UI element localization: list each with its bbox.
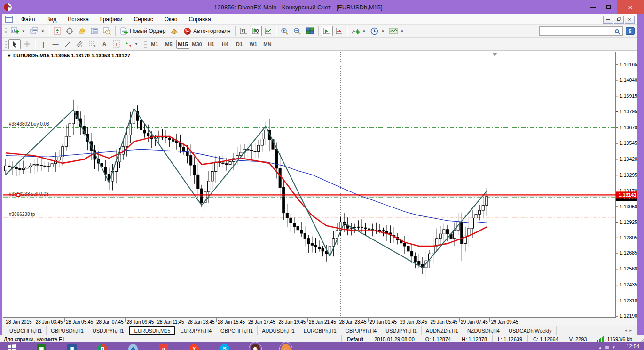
vertical-line-button[interactable]: | xyxy=(37,39,49,49)
timeframe-d1[interactable]: D1 xyxy=(233,40,246,49)
crosshair-button[interactable] xyxy=(21,39,33,49)
tab-eurgbph-h1[interactable]: EURGBPh,H1 xyxy=(299,326,341,335)
tab-gbpchfh-h1[interactable]: GBPCHFh,H1 xyxy=(216,326,258,335)
minimize-button[interactable] xyxy=(585,0,601,14)
taskbar-app-skype[interactable]: S xyxy=(220,344,229,350)
tab-eurusdh-m15[interactable]: EURUSDh,M15 xyxy=(129,326,175,335)
tab-audnzdh-h1[interactable]: AUDNZDh,H1 xyxy=(422,326,463,335)
connection-status: 11693/6 kb xyxy=(592,335,637,343)
timeframe-h1[interactable]: H1 xyxy=(204,40,218,49)
tile-windows-button[interactable] xyxy=(304,26,316,36)
market-watch-button[interactable] xyxy=(51,26,63,36)
horizontal-line-button[interactable]: — xyxy=(49,39,62,49)
timeframe-m15[interactable]: M15 xyxy=(176,40,189,49)
standard-toolbar: ▼ ▼ Новый Ордер Авто-торговля xyxy=(2,25,637,38)
mdi-close-button[interactable]: × xyxy=(625,16,635,24)
templates-button[interactable]: ▼ xyxy=(387,26,406,36)
timeframe-m5[interactable]: M5 xyxy=(162,40,175,49)
periods-button[interactable]: ▼ xyxy=(368,26,387,36)
zoom-out-button[interactable] xyxy=(291,26,304,36)
navigator-button[interactable] xyxy=(76,26,88,36)
price-chart[interactable]: #3843802 buy 0.03#3866238 sell 0.03#3866… xyxy=(2,51,637,318)
mt4-window: fx 129856: DivenFX-Main - Конкурсный Сче… xyxy=(0,0,644,350)
menu-item-0[interactable]: Файл xyxy=(16,15,41,24)
symbol-ohlc-label[interactable]: ▼ EURUSDh,M15 1.13055 1.13179 1.13053 1.… xyxy=(7,53,130,58)
auto-scroll-button[interactable] xyxy=(321,26,333,36)
taskbar-app-chrome[interactable] xyxy=(98,344,107,350)
search-box[interactable] xyxy=(539,26,623,36)
maximize-button[interactable] xyxy=(601,0,617,14)
arrow-tools-button[interactable]: ▼ xyxy=(123,39,141,49)
strategy-tester-button[interactable] xyxy=(101,26,113,36)
chart-shift-button[interactable] xyxy=(333,26,345,36)
resize-grip[interactable] xyxy=(638,336,644,342)
status-profile[interactable]: Default xyxy=(341,335,369,343)
trendline-button[interactable] xyxy=(62,39,74,49)
indicators-button[interactable]: ▼ xyxy=(349,26,369,36)
tab-audusdh-h1[interactable]: AUDUSDh,H1 xyxy=(258,326,299,335)
metaeditor-button[interactable] xyxy=(168,26,181,36)
equidistant-channel-button[interactable]: E xyxy=(74,39,86,49)
timeframe-mn[interactable]: MN xyxy=(261,40,274,49)
tab-usdchfh-h1[interactable]: USDCHFh,H1 xyxy=(5,326,47,335)
profiles-button[interactable]: ▼ xyxy=(28,26,47,36)
line-chart-button[interactable] xyxy=(262,26,274,36)
tab-usdjpyh-h1[interactable]: USDJPYh,H1 xyxy=(88,326,129,335)
data-window-button[interactable] xyxy=(63,26,76,36)
status-field-1: O: 1.12874 xyxy=(420,335,456,343)
taskbar-app-word[interactable]: ≣ xyxy=(67,344,77,350)
terminal-button[interactable] xyxy=(88,26,101,36)
taskbar-app-yandex[interactable]: Y xyxy=(189,344,199,350)
timeframe-m1[interactable]: M1 xyxy=(148,40,161,49)
toolbar-grip[interactable] xyxy=(144,40,147,48)
tab-gbpjpyh-h4[interactable]: GBPJPYh,H4 xyxy=(341,326,382,335)
notifications-badge[interactable]: 5 xyxy=(626,27,635,35)
price-tick: 1.13545 xyxy=(620,140,637,146)
taskbar-app-open-2[interactable]: ◌ xyxy=(281,344,291,350)
tab-gbpusdh-h1[interactable]: GBPUSDh,H1 xyxy=(47,326,88,335)
tab-usdcadh-weekly[interactable]: USDCADh,Weekly xyxy=(504,326,557,335)
search-icon[interactable] xyxy=(615,29,619,33)
menu-item-4[interactable]: Сервис xyxy=(128,15,159,24)
window-border-right xyxy=(637,14,644,335)
bar-chart-button[interactable] xyxy=(237,26,250,36)
timeframe-w1[interactable]: W1 xyxy=(247,40,260,49)
text-label-button[interactable]: T xyxy=(110,39,123,49)
status-field-4: C: 1.12664 xyxy=(527,335,564,343)
candlestick-chart-button[interactable] xyxy=(250,26,262,36)
timeframe-h4[interactable]: H4 xyxy=(219,40,232,49)
tab-usdjpyh-h1[interactable]: USDJPYh,H1 xyxy=(381,326,422,335)
mdi-minimize-button[interactable] xyxy=(603,16,613,24)
taskbar-clock[interactable]: 12:54 xyxy=(626,343,639,349)
tab-nzdusdh-h4[interactable]: NZDUSDh,H4 xyxy=(463,326,504,335)
menu-item-1[interactable]: Вид xyxy=(41,15,63,24)
toolbar-grip[interactable] xyxy=(5,27,7,35)
search-input[interactable] xyxy=(540,27,615,35)
time-axis[interactable]: 28 Jan 201528 Jan 03:4528 Jan 05:4528 Ja… xyxy=(2,318,637,326)
taskbar-app-open-1[interactable]: ◉ xyxy=(251,344,260,350)
menu-item-2[interactable]: Вставка xyxy=(62,15,94,24)
new-chart-button[interactable]: ▼ xyxy=(8,26,28,36)
menu-item-3[interactable]: Графики xyxy=(94,15,128,24)
toolbar-grip[interactable] xyxy=(5,40,7,48)
tab-scroll-arrows[interactable]: ◂▸ xyxy=(625,328,635,333)
tab-eurjpyh-h4[interactable]: EURJPYh,H4 xyxy=(176,326,216,335)
taskbar-app-store[interactable]: ▣ xyxy=(37,344,46,350)
menu-item-5[interactable]: Окно xyxy=(159,15,183,24)
tray-icons[interactable]: ▴▦▾ xyxy=(599,345,619,350)
taskbar-app-a[interactable]: a xyxy=(159,344,168,350)
fibonacci-button[interactable]: F xyxy=(86,39,98,49)
windows-taskbar: ▣ ≣ ◆ a Y S ◉ ◌ ▴▦▾ 12:54 xyxy=(0,342,644,350)
close-button[interactable]: × xyxy=(617,0,644,14)
text-button[interactable]: A xyxy=(98,39,110,49)
taskbar-app-drop[interactable]: ◆ xyxy=(128,344,138,350)
cursor-button[interactable] xyxy=(8,39,21,49)
new-order-button[interactable]: Новый Ордер xyxy=(118,26,168,36)
timeframe-m30[interactable]: M30 xyxy=(190,40,204,49)
menu-item-6[interactable]: Справка xyxy=(183,15,217,24)
price-tick: 1.12435 xyxy=(620,282,637,287)
autotrading-button[interactable]: Авто-торговля xyxy=(181,26,233,36)
mdi-restore-button[interactable] xyxy=(614,16,624,24)
chart-area[interactable]: #3843802 buy 0.03#3866238 sell 0.03#3866… xyxy=(2,51,637,318)
zoom-in-button[interactable] xyxy=(278,26,291,36)
